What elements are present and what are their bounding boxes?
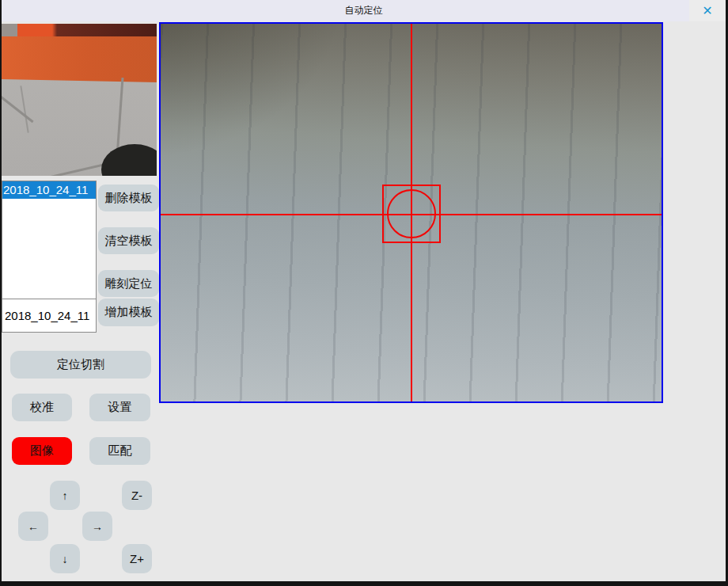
dialog-content: 2018_10_24_11 删除模板 清空模板 雕刻定位 增加模板 定位切割 校…: [2, 21, 726, 581]
auto-position-dialog: 自动定位 ✕ 2018_10_24_11 删除模板 清空模板 雕刻定位 增加模板…: [0, 0, 728, 586]
match-button[interactable]: 匹配: [89, 437, 150, 465]
jog-z-minus-button[interactable]: Z-: [122, 481, 152, 510]
arrow-down-icon: ↓: [63, 553, 68, 565]
close-button[interactable]: ✕: [689, 0, 726, 21]
jog-right-button[interactable]: →: [82, 512, 112, 541]
delete-template-button[interactable]: 删除模板: [98, 185, 159, 211]
calibrate-button[interactable]: 校准: [12, 394, 72, 421]
arrow-up-icon: ↑: [63, 489, 68, 502]
clear-templates-button[interactable]: 清空模板: [98, 227, 159, 254]
jog-z-plus-button[interactable]: Z+: [122, 544, 152, 573]
position-cut-button[interactable]: 定位切割: [10, 351, 151, 379]
arrow-left-icon: ←: [28, 520, 39, 533]
image-button[interactable]: 图像: [12, 437, 72, 465]
title-bar: 自动定位 ✕: [2, 0, 726, 21]
preview-tile-line: [20, 86, 28, 133]
preview-photo-plank: [2, 32, 157, 82]
arrow-right-icon: →: [92, 520, 103, 533]
template-name-input[interactable]: [2, 299, 97, 333]
jog-up-button[interactable]: ↑: [50, 481, 80, 510]
crosshair-target-circle: [387, 189, 436, 238]
dialog-title: 自动定位: [345, 4, 383, 17]
template-list-item-selected[interactable]: 2018_10_24_11: [2, 181, 96, 199]
template-preview-image: [2, 24, 157, 176]
camera-viewport[interactable]: [159, 22, 663, 403]
template-list[interactable]: 2018_10_24_11: [2, 181, 97, 299]
preview-tile-line: [2, 92, 34, 123]
preview-photo-top: [2, 24, 157, 36]
add-template-button[interactable]: 增加模板: [98, 299, 159, 326]
close-icon: ✕: [702, 3, 712, 18]
settings-button[interactable]: 设置: [89, 394, 150, 421]
jog-down-button[interactable]: ↓: [50, 544, 80, 573]
jog-left-button[interactable]: ←: [18, 512, 48, 541]
preview-dark-object: [101, 144, 157, 176]
engrave-position-button[interactable]: 雕刻定位: [98, 270, 159, 297]
